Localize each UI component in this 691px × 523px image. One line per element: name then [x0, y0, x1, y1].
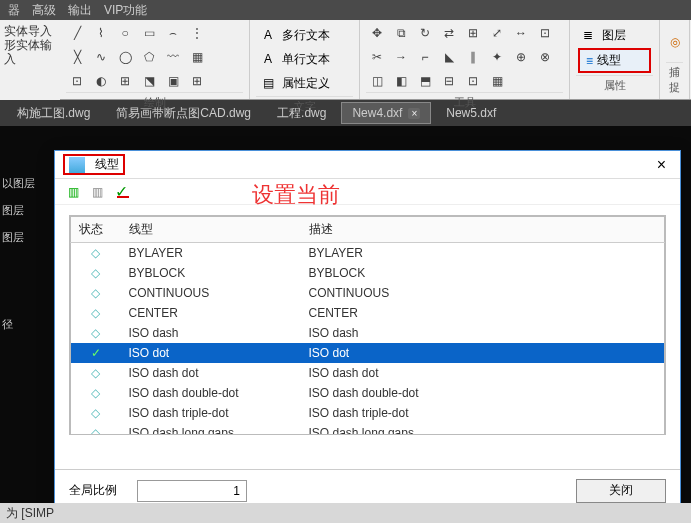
linetype-name: CONTINUOUS [121, 283, 301, 303]
document-tab[interactable]: 构施工图.dwg [6, 101, 101, 126]
arc-icon[interactable]: ⌢ [162, 22, 184, 44]
extend-icon[interactable]: → [390, 46, 412, 68]
text-button[interactable]: A单行文本 [258, 48, 351, 70]
mirror-icon[interactable]: ⇄ [438, 22, 460, 44]
polygon-icon[interactable]: ⬠ [138, 46, 160, 68]
spline-icon[interactable]: 〰 [162, 46, 184, 68]
tool-icon[interactable]: ⬒ [414, 70, 436, 92]
tool-icon[interactable]: ▦ [486, 70, 508, 92]
document-tab[interactable]: 简易画带断点图CAD.dwg [105, 101, 262, 126]
linetype-desc: BYLAYER [301, 243, 665, 264]
tool-icon[interactable]: ⊡ [462, 70, 484, 92]
trim-icon[interactable]: ✂ [366, 46, 388, 68]
tool-icon[interactable]: ◧ [390, 70, 412, 92]
linetype-button[interactable]: ≡线型 [578, 48, 651, 73]
linetype-row[interactable]: ◇ISO dash double-dotISO dash double-dot [71, 383, 665, 403]
document-tab[interactable]: New5.dxf [435, 102, 507, 124]
linetype-row[interactable]: ◇ISO dashISO dash [71, 323, 665, 343]
linetype-row[interactable]: ◇ISO dash long gapsISO dash long gaps [71, 423, 665, 435]
col-state[interactable]: 状态 [71, 217, 121, 243]
curve-icon[interactable]: ∿ [90, 46, 112, 68]
close-icon[interactable]: × [651, 156, 672, 174]
panel-item[interactable]: 径 [0, 311, 48, 338]
ellipse-icon[interactable]: ◯ [114, 46, 136, 68]
document-tab[interactable]: New4.dxf× [341, 102, 431, 124]
col-desc[interactable]: 描述 [301, 217, 665, 243]
linetype-name: BYLAYER [121, 243, 301, 264]
circle-icon[interactable]: ○ [114, 22, 136, 44]
set-current-icon[interactable]: ✓ [111, 182, 131, 202]
chamfer-icon[interactable]: ◣ [438, 46, 460, 68]
panel-item[interactable]: 以图层 [0, 170, 48, 197]
attdef-button[interactable]: ▤属性定义 [258, 72, 351, 94]
tool-icon[interactable]: ⊕ [510, 46, 532, 68]
close-button[interactable]: 关闭 [576, 479, 666, 503]
ribbon-group-draw: ╱ ⌇ ○ ▭ ⌢ ⋮ ╳ ∿ ◯ ⬠ 〰 ▦ ⊡ ◐ ⊞ ⬔ ▣ ⊞ 绘制 [60, 20, 250, 99]
dialog-toolbar: ▥ ▥ ✓ [55, 179, 680, 205]
tool-icon[interactable]: ⊡ [66, 70, 88, 92]
state-icon: ◇ [71, 423, 121, 435]
tool-icon[interactable]: ◫ [366, 70, 388, 92]
rotate-icon[interactable]: ↻ [414, 22, 436, 44]
menu-item[interactable]: VIP功能 [104, 2, 147, 19]
menu-item[interactable]: 器 [8, 2, 20, 19]
linetype-desc: ISO dash long gaps [301, 423, 665, 435]
linetype-row[interactable]: ◇CONTINUOUSCONTINUOUS [71, 283, 665, 303]
tool-icon[interactable]: ◐ [90, 70, 112, 92]
linetype-row[interactable]: ◇ISO dash dotISO dash dot [71, 363, 665, 383]
hatch-icon[interactable]: ▦ [186, 46, 208, 68]
col-linetype[interactable]: 线型 [121, 217, 301, 243]
menu-item[interactable]: 高级 [32, 2, 56, 19]
tool-icon[interactable]: ▣ [162, 70, 184, 92]
tool-icon[interactable]: ⬔ [138, 70, 160, 92]
scale-icon[interactable]: ⤢ [486, 22, 508, 44]
ribbon-side: 实体导入 形实体输入 [0, 20, 60, 100]
linetype-row[interactable]: ◇CENTERCENTER [71, 303, 665, 323]
linetype-row[interactable]: ◇ISO dash triple-dotISO dash triple-dot [71, 403, 665, 423]
tool-icon[interactable]: ⊟ [438, 70, 460, 92]
linetype-desc: BYBLOCK [301, 263, 665, 283]
state-icon: ◇ [71, 403, 121, 423]
linetype-name: ISO dot [121, 343, 301, 363]
menu-item[interactable]: 输出 [68, 2, 92, 19]
linetype-list[interactable]: 状态 线型 描述 ◇BYLAYERBYLAYER◇BYBLOCKBYBLOCK◇… [69, 215, 666, 435]
snap-icon[interactable]: ◎ [666, 22, 683, 62]
rect-icon[interactable]: ▭ [138, 22, 160, 44]
document-tab[interactable]: 工程.dwg [266, 101, 337, 126]
panel-item[interactable]: 图层 [0, 197, 48, 224]
copy-icon[interactable]: ⧉ [390, 22, 412, 44]
text-icon: A [258, 49, 278, 69]
linetype-desc: ISO dash [301, 323, 665, 343]
dialog-titlebar: 线型 × [55, 151, 680, 179]
ribbon-group-snap: ◎ 捕捉 [660, 20, 690, 99]
panel-item[interactable]: 图层 [0, 224, 48, 251]
table-icon[interactable]: ⊞ [186, 70, 208, 92]
line-icon[interactable]: ╱ [66, 22, 88, 44]
delete-icon[interactable]: ▥ [87, 182, 107, 202]
layer-button[interactable]: ≣图层 [578, 24, 651, 46]
side-label: 实体导入 [4, 24, 56, 38]
ribbon-group-tools: ✥ ⧉ ↻ ⇄ ⊞ ⤢ ↔ ⊡ ✂ → ⌐ ◣ ∥ ✦ ⊕ ⊗ ◫ ◧ ⬒ ⊟ … [360, 20, 570, 99]
offset-icon[interactable]: ∥ [462, 46, 484, 68]
tab-close-icon[interactable]: × [408, 108, 420, 119]
tool-icon[interactable]: ⊗ [534, 46, 556, 68]
load-icon[interactable]: ▥ [63, 182, 83, 202]
layer-icon: ≣ [578, 25, 598, 45]
xline-icon[interactable]: ╳ [66, 46, 88, 68]
explode-icon[interactable]: ✦ [486, 46, 508, 68]
scale-input[interactable] [137, 480, 247, 502]
mtext-button[interactable]: A多行文本 [258, 24, 351, 46]
stretch-icon[interactable]: ↔ [510, 22, 532, 44]
linetype-row[interactable]: ◇BYBLOCKBYBLOCK [71, 263, 665, 283]
polyline-icon[interactable]: ⌇ [90, 22, 112, 44]
tool-icon[interactable]: ⊡ [534, 22, 556, 44]
point-icon[interactable]: ⋮ [186, 22, 208, 44]
linetype-row[interactable]: ◇BYLAYERBYLAYER [71, 243, 665, 264]
tool-icon[interactable]: ⊞ [114, 70, 136, 92]
array-icon[interactable]: ⊞ [462, 22, 484, 44]
fillet-icon[interactable]: ⌐ [414, 46, 436, 68]
linetype-row[interactable]: ✓ISO dotISO dot [71, 343, 665, 363]
move-icon[interactable]: ✥ [366, 22, 388, 44]
linetype-name: ISO dash dot [121, 363, 301, 383]
status-text: 为 [SIMP [6, 505, 54, 522]
